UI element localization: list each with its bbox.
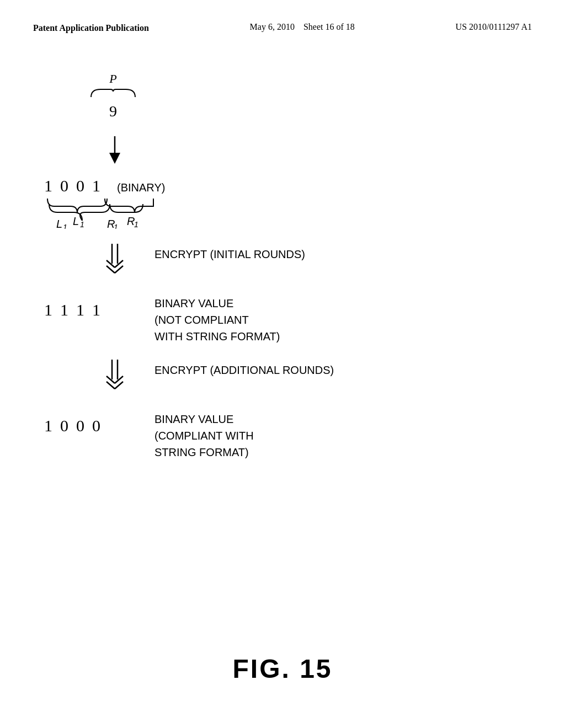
binary-desc-1-line3: WITH STRING FORMAT) [154,328,280,345]
binary-row-2: 1 1 1 1 [44,301,100,319]
arrow-down-icon-1 [104,135,126,165]
brace-icon [88,87,138,99]
bit-1-1: 0 [60,176,68,195]
binary-desc-2: BINARY VALUE (COMPLIANT WITH STRING FORM… [154,411,254,461]
bit-3-1: 0 [60,416,68,435]
publication-date-sheet: May 6, 2010 Sheet 16 of 18 [250,22,355,32]
svg-text:1: 1 [80,220,84,228]
binary-desc-2-line2: (COMPLIANT WITH [154,427,254,444]
bit-2-1: 1 [60,301,68,319]
publication-title: Patent Application Publication [33,22,149,34]
binary-digits-2: 1 1 1 1 [44,301,100,319]
arrow-down-1 [104,135,126,168]
binary-desc-1-line1: BINARY VALUE [154,295,280,312]
underbrace-lr: L 1 R 1 [45,197,156,230]
binary-label-1: (BINARY) [117,181,165,194]
double-arrow-down-icon-2 [104,358,129,392]
binary-desc-2-line3: STRING FORMAT) [154,444,254,461]
bit-3-2: 0 [76,416,84,435]
p-label: P [88,72,138,86]
binary-row-3: 1 0 0 0 [44,416,100,435]
svg-marker-1 [109,153,120,164]
page-header: Patent Application Publication May 6, 20… [0,0,565,34]
bit-2-0: 1 [44,301,52,319]
arrow-double-down-1 [104,243,129,278]
binary-desc-1-line2: (NOT COMPLIANT [154,312,280,328]
number-9: 9 [88,103,138,120]
bit-3-3: 0 [92,416,100,435]
bit-2-3: 1 [92,301,100,319]
arrow-double-down-2 [104,358,129,394]
sheet-info: Sheet 16 of 18 [303,22,355,31]
binary-digits-1: 1 0 0 1 [44,176,100,195]
encrypt-label-1: ENCRYPT (INITIAL ROUNDS) [154,248,305,261]
binary-row-1: 1 0 0 1 (BINARY) [44,176,165,195]
bit-3-0: 1 [44,416,52,435]
diagram-container: P 9 1 0 0 1 (BINARY) [44,72,519,651]
double-arrow-down-icon-1 [104,243,129,276]
publication-number: US 2010/0111297 A1 [456,22,532,32]
svg-text:1: 1 [134,220,138,228]
bit-2-2: 1 [76,301,84,319]
encrypt-label-2: ENCRYPT (ADDITIONAL ROUNDS) [154,364,334,377]
binary-digits-3: 1 0 0 0 [44,416,100,435]
svg-text:L: L [73,215,79,227]
p-section: P 9 [88,72,138,120]
bit-1-3: 1 [92,176,100,195]
binary-desc-1: BINARY VALUE (NOT COMPLIANT WITH STRING … [154,295,280,345]
figure-caption-text: FIG. 15 [232,654,332,683]
underbrace-lr-svg: L 1 R 1 [45,197,156,228]
bit-1-0: 1 [44,176,52,195]
bit-1-2: 0 [76,176,84,195]
binary-desc-2-line1: BINARY VALUE [154,411,254,427]
publication-date: May 6, 2010 [250,22,295,31]
figure-caption: FIG. 15 [0,654,565,684]
